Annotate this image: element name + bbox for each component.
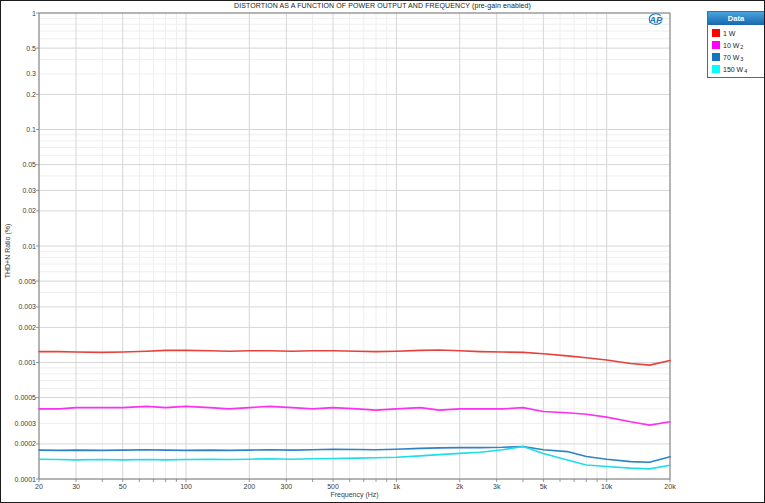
x-tick-label: 300 (266, 482, 306, 491)
y-tick-label: 0.002 (1, 323, 36, 332)
x-tick-label: 5k (523, 482, 563, 491)
svg-text:AP: AP (648, 14, 663, 25)
x-tick-label: 10k (587, 482, 627, 491)
y-tick-label: 0.003 (1, 302, 36, 311)
x-tick-label: 1k (376, 482, 416, 491)
y-tick-label: 0.0003 (1, 419, 36, 428)
ap-analyzer-graph-window: DISTORTION AS A FUNCTION OF POWER OUTPUT… (0, 0, 765, 503)
x-tick-label: 500 (313, 482, 353, 491)
x-tick-label: 200 (229, 482, 269, 491)
legend-item-cursor-index: 2 (740, 44, 743, 50)
y-tick-label: 0.0005 (1, 393, 36, 402)
legend-body: 1 W10 W270 W3150 W4 (708, 25, 764, 77)
x-tick-label: 100 (166, 482, 206, 491)
y-tick-label: 0.005 (1, 277, 36, 286)
x-tick-label: 20 (19, 482, 59, 491)
x-tick-label: 20k (650, 482, 690, 491)
x-axis-title: Frequency (Hz) (39, 491, 670, 498)
x-tick-label: 2k (440, 482, 480, 491)
plot-canvas (1, 1, 765, 503)
legend-item-1-W[interactable]: 1 W (712, 27, 764, 39)
y-tick-label: 1 (1, 9, 36, 18)
y-tick-label: 0.0002 (1, 439, 36, 448)
legend-color-swatch (712, 53, 720, 61)
legend-panel: Data 1 W10 W270 W3150 W4 (707, 11, 765, 78)
x-tick-label: 3k (477, 482, 517, 491)
legend-color-swatch (712, 65, 720, 73)
legend-item-150-W[interactable]: 150 W4 (712, 63, 764, 75)
legend-item-cursor-index: 3 (740, 56, 743, 62)
legend-item-label: 150 W (723, 66, 743, 73)
legend-item-10-W[interactable]: 10 W2 (712, 39, 764, 51)
x-tick-label: 50 (103, 482, 143, 491)
y-tick-label: 0.2 (1, 90, 36, 99)
legend-color-swatch (712, 41, 720, 49)
y-tick-label: 0.001 (1, 358, 36, 367)
legend-item-label: 1 W (723, 30, 735, 37)
legend-header: Data (708, 12, 764, 25)
legend-item-70-W[interactable]: 70 W3 (712, 51, 764, 63)
y-tick-label: 0.02 (1, 206, 36, 215)
y-tick-label: 0.3 (1, 69, 36, 78)
legend-color-swatch (712, 29, 720, 37)
ap-logo-icon: AP (646, 11, 664, 29)
x-tick-label: 30 (56, 482, 96, 491)
legend-item-label: 10 W (723, 42, 739, 49)
y-tick-label: 0.5 (1, 44, 36, 53)
y-tick-label: 0.1 (1, 125, 36, 134)
y-tick-label: 0.05 (1, 160, 36, 169)
y-tick-label: 0.03 (1, 186, 36, 195)
plot-area[interactable] (1, 1, 765, 503)
y-tick-label: 0.01 (1, 242, 36, 251)
legend-item-cursor-index: 4 (744, 68, 747, 74)
legend-item-label: 70 W (723, 54, 739, 61)
